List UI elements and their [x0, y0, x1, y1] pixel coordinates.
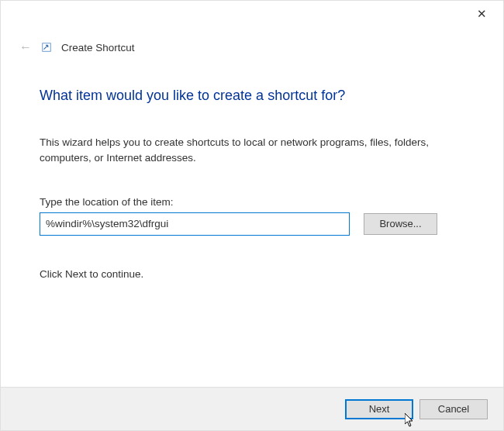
titlebar: ✕: [1, 1, 503, 32]
wizard-header: ← Create Shortcut: [1, 32, 503, 53]
content-area: What item would you like to create a sho…: [1, 53, 503, 280]
close-button[interactable]: ✕: [474, 7, 489, 22]
svg-rect-0: [43, 43, 51, 52]
browse-button[interactable]: Browse...: [364, 213, 437, 235]
footer-bar: Next Cancel: [1, 387, 503, 430]
next-button[interactable]: Next: [345, 399, 413, 419]
shortcut-icon: [41, 42, 52, 53]
cancel-button[interactable]: Cancel: [419, 399, 488, 419]
location-input[interactable]: [40, 212, 350, 236]
location-label: Type the location of the item:: [40, 196, 464, 208]
page-heading: What item would you like to create a sho…: [40, 88, 464, 104]
description-text: This wizard helps you to create shortcut…: [40, 135, 464, 167]
continue-hint: Click Next to continue.: [40, 268, 464, 280]
wizard-title: Create Shortcut: [61, 42, 135, 53]
back-arrow-icon[interactable]: ←: [19, 41, 32, 53]
location-row: Browse...: [40, 212, 464, 236]
